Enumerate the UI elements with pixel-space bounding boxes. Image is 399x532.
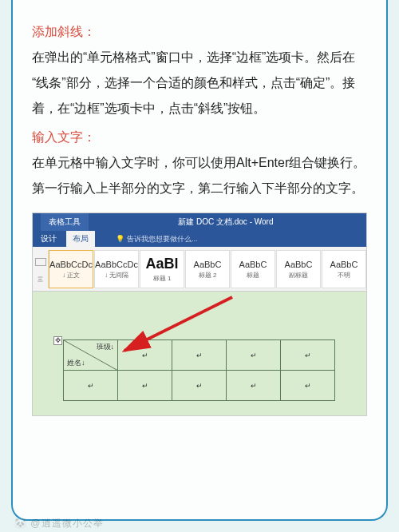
- diagonal-header-cell[interactable]: 班级↓ 姓名↓: [64, 340, 118, 371]
- style-gallery: AaBbCcDc↓ 正文 AaBbCcDc↓ 无间隔 AaBl标题 1 AaBb…: [49, 250, 366, 288]
- section-body-1: 在弹出的“单元格格式”窗口中，选择“边框”选项卡。然后在“线条”部分，选择一个合…: [32, 45, 367, 121]
- context-tab-table-tools: 表格工具: [41, 213, 89, 231]
- table-cell[interactable]: ↵: [172, 371, 227, 401]
- toggle-icon: [35, 258, 46, 266]
- cell-top-label: 班级↓: [97, 342, 115, 352]
- table-cell[interactable]: ↵: [227, 340, 281, 371]
- style-item[interactable]: AaBbC标题 2: [185, 250, 230, 288]
- table-cell[interactable]: ↵: [281, 340, 335, 371]
- ribbon-tabs: 设计 布局 💡告诉我您想要做什么...: [33, 231, 366, 247]
- tutorial-card: 添加斜线： 在弹出的“单元格格式”窗口中，选择“边框”选项卡。然后在“线条”部分…: [11, 0, 388, 521]
- section-heading-2: 输入文字：: [32, 125, 367, 150]
- document-canvas: ✥ 班级↓ 姓名↓ ↵ ↵ ↵ ↵ ↵ ↵ ↵ ↵: [33, 292, 366, 415]
- style-item[interactable]: AaBbC标题: [231, 250, 275, 288]
- table-cell[interactable]: ↵: [281, 371, 335, 401]
- table-cell[interactable]: ↵: [227, 371, 281, 401]
- tell-me-hint[interactable]: 💡告诉我您想要做什么...: [116, 234, 198, 244]
- style-item[interactable]: AaBbCcDc↓ 无间隔: [94, 250, 139, 288]
- style-item[interactable]: AaBbC副标题: [276, 250, 321, 288]
- style-item[interactable]: AaBl标题 1: [140, 250, 184, 288]
- word-titlebar: 表格工具 新建 DOC 文档.doc - Word: [33, 213, 366, 231]
- table-move-handle-icon[interactable]: ✥: [53, 336, 62, 345]
- table-cell[interactable]: ↵: [118, 340, 172, 371]
- style-item[interactable]: AaBbCcDc↓ 正文: [49, 250, 93, 288]
- table-cell[interactable]: ↵: [64, 371, 118, 401]
- cell-bottom-label: 姓名↓: [67, 358, 85, 368]
- watermark: 🐼 @逍遥微小公举: [14, 517, 104, 530]
- section-heading-1: 添加斜线：: [32, 19, 367, 45]
- table-cell[interactable]: ↵: [172, 340, 227, 371]
- tab-layout[interactable]: 布局: [66, 231, 95, 247]
- bulb-icon: 💡: [116, 235, 124, 243]
- tab-design[interactable]: 设计: [41, 231, 57, 247]
- style-item[interactable]: AaBbC不明: [322, 250, 366, 288]
- sample-table[interactable]: 班级↓ 姓名↓ ↵ ↵ ↵ ↵ ↵ ↵ ↵ ↵ ↵: [63, 339, 335, 401]
- table-cell[interactable]: ↵: [118, 371, 172, 401]
- ribbon-body: 三 AaBbCcDc↓ 正文 AaBbCcDc↓ 无间隔 AaBl标题 1 Aa…: [33, 247, 366, 292]
- ribbon-left-group: 三: [33, 250, 49, 288]
- section-body-2: 在单元格中输入文字时，你可以使用Alt+Enter组合键换行。第一行输入上半部分…: [32, 150, 367, 201]
- word-screenshot: 表格工具 新建 DOC 文档.doc - Word 设计 布局 💡告诉我您想要做…: [32, 212, 367, 416]
- window-title: 新建 DOC 文档.doc - Word: [178, 216, 273, 228]
